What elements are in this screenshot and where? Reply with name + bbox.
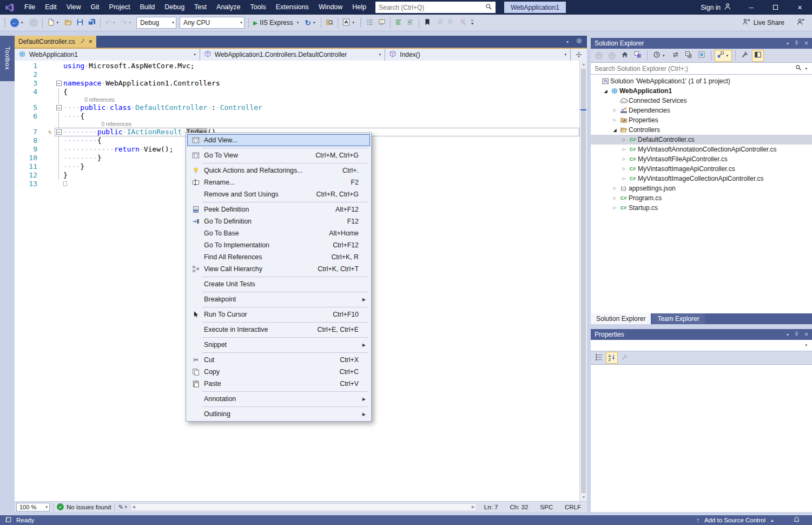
live-share-label[interactable]: Live Share [754,19,784,27]
clear-bookmarks-button[interactable] [457,17,469,29]
menu-item-remove-and-sort-usings[interactable]: Remove and Sort UsingsCtrl+R, Ctrl+G [187,188,370,200]
scroll-down-arrow-icon[interactable]: ▼ [580,494,587,501]
quick-search-box[interactable] [375,2,496,13]
window-position-chevron-icon[interactable]: ▾ [787,41,789,46]
menu-view[interactable]: View [62,0,86,15]
horizontal-scrollbar[interactable]: ◀ ▶ [130,503,477,511]
solution-configurations-combo[interactable]: Debug▾ [136,17,176,29]
menu-edit[interactable]: Edit [40,0,62,15]
menu-build[interactable]: Build [135,0,160,15]
menu-item-annotation[interactable]: Annotation▶ [187,393,370,405]
collapse-arrow-icon[interactable]: ◢ [602,89,609,94]
notifications-bell-icon[interactable] [793,516,800,524]
code-cleanup-icon[interactable]: ✎ [118,503,123,511]
code-text[interactable]: ····{ [63,112,84,121]
alphabetical-button[interactable]: AZ [606,352,618,364]
menu-file[interactable]: File [19,0,40,15]
tree-item-program-cs[interactable]: ▷C#Program.cs [591,193,812,203]
menu-item-quick-actions-and-refactorings[interactable]: Quick Actions and Refactorings...Ctrl+. [187,165,370,176]
show-all-files-button[interactable] [696,50,708,62]
toolbar-grip[interactable] [360,18,362,28]
tree-item-solution-webapplication1-1-of-1-project[interactable]: Solution 'WebApplication1' (1 of 1 proje… [591,76,812,86]
save-button[interactable] [74,17,86,29]
vertical-scrollbar[interactable]: ▲ ▼ [579,61,587,501]
menu-item-breakpoint[interactable]: Breakpoint▶ [187,293,370,305]
close-panel-icon[interactable]: × [804,331,808,338]
tree-item-connected-services[interactable]: Connected Services [591,96,812,106]
open-file-button[interactable] [62,17,74,29]
code-text[interactable] [63,180,67,188]
comment-lines-button[interactable] [393,17,405,29]
undo-button[interactable]: ↶▾ [103,17,118,29]
nav-backward-button[interactable]: ←▾ [8,17,27,29]
menu-item-cut[interactable]: ✂CutCtrl+X [187,354,370,366]
spaces-indicator[interactable]: SPC [534,504,559,510]
menu-item-copy[interactable]: CopyCtrl+C [187,366,370,378]
search-input[interactable] [379,4,485,11]
menu-item-peek-definition[interactable]: Peek DefinitionAlt+F12 [187,204,370,215]
tree-item-appsettings-json[interactable]: ▷{;}appsettings.json [591,183,812,193]
breadcrumb-webapplication1[interactable]: WebApplication1▾ [15,49,200,61]
expand-arrow-icon[interactable]: ▷ [611,206,618,210]
chevron-down-icon[interactable]: ▾ [123,505,129,509]
properties-button[interactable] [739,50,751,62]
pending-changes-filter-button[interactable]: ▾ [651,50,669,62]
tree-item-controllers[interactable]: ◢Controllers [591,125,812,135]
track-active-item-button[interactable]: ▾ [715,50,732,62]
nav-forward-se-button[interactable]: → [606,50,618,62]
menu-window[interactable]: Window [314,0,347,15]
solution-explorer-search[interactable]: ▾ [591,63,812,75]
menu-item-outlining[interactable]: Outlining▶ [187,408,370,420]
add-to-source-control-button[interactable]: Add to Source Control [704,517,765,523]
menu-item-go-to-view[interactable]: Go To ViewCtrl+M, Ctrl+G [187,149,370,161]
outlining-margin[interactable]: − [55,128,63,136]
window-position-chevron-icon[interactable]: ▾ [787,332,789,337]
codelens-references[interactable]: 0 references [63,121,131,128]
menu-item-find-all-references[interactable]: Find All ReferencesCtrl+K, R [187,251,370,263]
code-text[interactable]: { [63,88,68,96]
code-text[interactable]: } [63,171,68,180]
output-window-icon[interactable] [4,516,12,524]
outlining-margin[interactable]: − [55,103,63,112]
tree-item-webapplication1[interactable]: ◢WebApplication1 [591,86,812,96]
categorized-button[interactable] [593,352,605,364]
chevron-up-icon[interactable]: ▲ [770,519,774,522]
properties-object-combo[interactable]: ▾ [591,340,812,351]
tree-item-myvintasoftimagecollectionapicontroller-cs[interactable]: ▷C#MyVintasoftImageCollectionApiControll… [591,174,812,183]
menu-tools[interactable]: Tools [246,0,271,15]
menu-item-run-to-cursor[interactable]: Run To CursorCtrl+F10 [187,309,370,320]
chevron-down-icon[interactable]: ▾ [803,67,809,71]
pin-tab-icon[interactable] [79,38,85,45]
tab-solution-explorer[interactable]: Solution Explorer [591,313,651,324]
tree-item-startup-cs[interactable]: ▷C#Startup.cs [591,203,812,213]
expand-arrow-icon[interactable]: ▷ [620,137,628,142]
menu-item-go-to-implementation[interactable]: Go To ImplementationCtrl+F12 [187,239,370,251]
menu-item-create-unit-tests[interactable]: Create Unit Tests [187,278,370,290]
breadcrumb-index[interactable]: Index()▾ [385,49,570,61]
tab-list-chevron-icon[interactable]: ▾ [565,40,570,44]
breadcrumb-webapplication1-controllers-defaultcontroller[interactable]: WebApplication1.Controllers.DefaultContr… [200,49,385,61]
tab-team-explorer[interactable]: Team Explorer [652,313,704,324]
minimize-button[interactable]: ─ [739,0,763,15]
tree-item-myvintasoftimageapicontroller-cs[interactable]: ▷C#MyVintasoftImageApiController.cs [591,164,812,174]
expand-arrow-icon[interactable]: ▷ [620,147,628,152]
property-pages-button[interactable] [619,352,631,364]
tree-item-properties[interactable]: ▷Properties [591,115,812,125]
zoom-combo[interactable]: 100 % ▾ [16,503,50,511]
menu-extensions[interactable]: Extensions [271,0,314,15]
scroll-right-arrow-icon[interactable]: ▶ [472,504,475,509]
menu-analyze[interactable]: Analyze [212,0,245,15]
menu-item-view-call-hierarchy[interactable]: View Call HierarchyCtrl+K, Ctrl+T [187,263,370,275]
split-editor-button[interactable] [571,49,587,61]
nav-backward-se-button[interactable]: ← [593,50,605,62]
outlining-margin[interactable]: − [55,79,63,88]
save-all-button[interactable] [86,17,98,29]
scroll-left-arrow-icon[interactable]: ◀ [132,504,135,509]
expand-arrow-icon[interactable]: ▷ [620,167,628,171]
menu-item-go-to-base[interactable]: Go To BaseAlt+Home [187,227,370,239]
pin-icon[interactable] [794,331,800,338]
browse-with-button[interactable]: ▾ [340,17,358,29]
editor-options-gear-icon[interactable] [576,37,583,46]
properties-grid[interactable] [591,365,812,512]
scroll-up-arrow-icon[interactable]: ▲ [580,61,587,68]
